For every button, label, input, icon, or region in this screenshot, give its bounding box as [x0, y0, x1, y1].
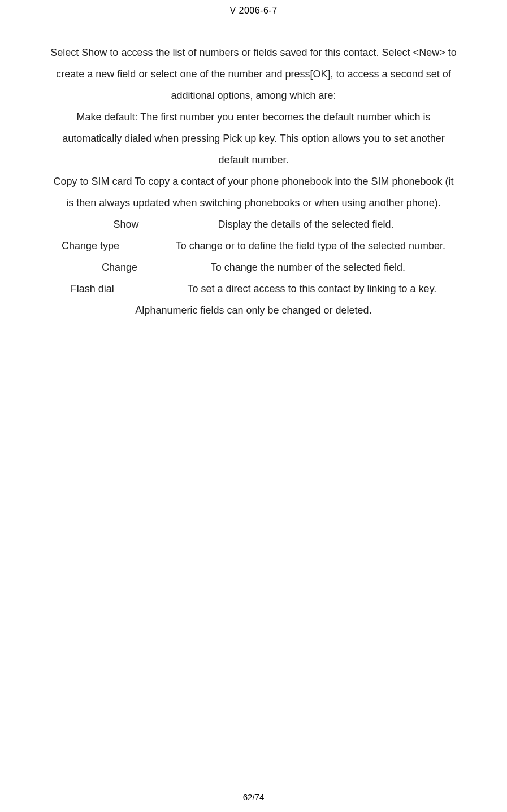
option-change-type-label: Change type [62, 240, 119, 251]
option-change-type-desc: To change or to define the field type of… [176, 240, 445, 251]
document-header: V 2006-6-7 [0, 0, 507, 23]
option-change-desc: To change the number of the selected fie… [211, 262, 405, 273]
option-show-desc: Display the details of the selected fiel… [218, 219, 393, 230]
option-change: Change To change the number of the selec… [2, 257, 505, 277]
document-content: Select Show to access the list of number… [0, 25, 507, 320]
version-text: V 2006-6-7 [229, 6, 277, 15]
alphanumeric-note: Alphanumeric fields can only be changed … [2, 300, 505, 320]
option-show-label: Show [113, 219, 138, 230]
option-change-type: Change type To change or to define the f… [2, 236, 505, 256]
intro-line-2: create a new field or select one of the … [2, 64, 505, 84]
option-flash-dial-desc: To set a direct access to this contact b… [187, 283, 436, 294]
intro-line-1: Select Show to access the list of number… [2, 42, 505, 63]
make-default-line-1: Make default: The first number you enter… [2, 107, 505, 127]
option-flash-dial: Flash dial To set a direct access to thi… [2, 279, 505, 299]
option-change-label: Change [102, 262, 137, 273]
copy-sim-line-2: is then always updated when switching ph… [2, 193, 505, 213]
option-show: Show Display the details of the selected… [2, 214, 505, 235]
make-default-line-2: automatically dialed when pressing Pick … [2, 128, 505, 149]
document-footer: 62/74 [0, 792, 507, 802]
intro-line-3: additional options, among which are: [2, 85, 505, 106]
option-flash-dial-label: Flash dial [71, 283, 114, 294]
make-default-line-3: default number. [2, 150, 505, 170]
copy-sim-line-1: Copy to SIM card To copy a contact of yo… [2, 171, 505, 192]
page-number: 62/74 [243, 792, 265, 802]
